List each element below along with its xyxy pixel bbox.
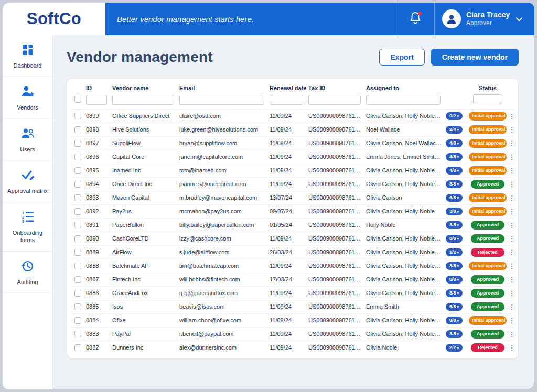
sidebar-item-vendors[interactable]: Vendors <box>3 77 52 119</box>
table-row[interactable]: 0884 Ofixe william.choo@ofixe.com 11/09/… <box>71 313 514 327</box>
cell-assigned-to: Olivia Carlson <box>366 194 446 201</box>
cell-id: 0883 <box>86 331 112 337</box>
row-menu-kebab-icon[interactable]: ⋮ <box>509 263 515 269</box>
table-row[interactable]: 0887 Fintech Inc will.hobbs@fintech.com … <box>71 273 514 286</box>
row-menu-kebab-icon[interactable]: ⋮ <box>509 113 515 119</box>
cell-assigned-to: Emma Jones, Emmet Smith, Karen... <box>366 154 446 160</box>
filter-renewal-date-input[interactable] <box>270 95 303 105</box>
sidebar-item-dashboard[interactable]: Dashboard <box>3 35 52 77</box>
row-checkbox[interactable] <box>74 222 81 228</box>
cell-vendor-name: Once Direct Inc <box>112 181 179 187</box>
row-checkbox[interactable] <box>74 290 81 297</box>
status-badge: Approved <box>471 275 504 284</box>
row-menu-kebab-icon[interactable]: ⋮ <box>509 154 515 160</box>
row-menu-kebab-icon[interactable]: ⋮ <box>509 276 515 283</box>
row-checkbox[interactable] <box>74 194 81 201</box>
table-row[interactable]: 0886 GraceAndFox g.g@graceandfox.com 11/… <box>71 286 514 300</box>
approval-count-dropdown[interactable]: 8/8 ▾ <box>446 289 463 297</box>
table-row[interactable]: 0888 Batchmate AP tim@batchmateap.com 11… <box>71 259 514 273</box>
filter-id-input[interactable] <box>86 95 107 105</box>
row-checkbox[interactable] <box>74 181 81 188</box>
table-row[interactable]: 0896 Capital Core jane.m@capitalcore.com… <box>71 150 514 164</box>
approval-count-dropdown[interactable]: 4/8 ▾ <box>446 153 463 161</box>
sidebar-item-onboarding-forms[interactable]: 1 2 3 Onboarding forms <box>3 202 52 252</box>
table-row[interactable]: 0895 Inamed Inc tom@inamed.com 11/09/24 … <box>71 164 514 177</box>
table-row[interactable]: 0893 Maven Capital m.bradley@mavencapita… <box>71 191 514 204</box>
filter-email-input[interactable] <box>179 95 264 105</box>
table-row[interactable]: 0889 AirFlow s.jude@airflow.com 26/03/24… <box>71 245 514 259</box>
approval-count-dropdown[interactable]: 8/8 ▾ <box>446 235 463 243</box>
row-checkbox[interactable] <box>74 276 81 283</box>
user-menu[interactable]: Ciara Tracey Approver <box>435 3 534 35</box>
sidebar-item-users[interactable]: Users <box>3 119 52 161</box>
approval-count-dropdown[interactable]: 3/8 ▾ <box>446 208 463 215</box>
table-row[interactable]: 0882 Dunners Inc alex@dunnersinc.com 11/… <box>71 341 514 354</box>
approval-count-dropdown[interactable]: 5/8 ▾ <box>446 303 463 311</box>
row-menu-kebab-icon[interactable]: ⋮ <box>509 126 515 133</box>
table-row[interactable]: 0892 Pay2us mcmahon@pay2us.com 09/07/24 … <box>71 204 514 218</box>
row-menu-kebab-icon[interactable]: ⋮ <box>509 235 515 242</box>
row-checkbox[interactable] <box>74 249 81 256</box>
create-new-vendor-button[interactable]: Create new vendor <box>431 49 519 66</box>
row-checkbox[interactable] <box>74 113 81 119</box>
row-menu-kebab-icon[interactable]: ⋮ <box>509 303 515 310</box>
table-row[interactable]: 0885 Isos beavis@isos.com 11/09/24 US000… <box>71 300 514 313</box>
sidebar-item-label: Vendors <box>17 104 38 112</box>
row-checkbox[interactable] <box>74 344 81 351</box>
row-checkbox[interactable] <box>74 317 81 324</box>
chevron-down-icon: ▾ <box>457 169 459 172</box>
export-button[interactable]: Export <box>379 49 424 66</box>
row-menu-kebab-icon[interactable]: ⋮ <box>509 140 515 147</box>
row-checkbox[interactable] <box>74 126 81 133</box>
approval-count-dropdown[interactable]: 8/8 ▾ <box>446 330 463 338</box>
row-menu-kebab-icon[interactable]: ⋮ <box>509 208 515 215</box>
filter-vendor-name-input[interactable] <box>112 95 174 105</box>
row-menu-kebab-icon[interactable]: ⋮ <box>509 181 515 188</box>
table-row[interactable]: 0883 PayPal r.benoit@paypal.com 11/09/24… <box>71 327 514 341</box>
approval-count-dropdown[interactable]: 2/2 ▾ <box>446 344 463 352</box>
approval-count-dropdown[interactable]: 4/8 ▾ <box>446 167 463 175</box>
row-checkbox[interactable] <box>74 303 81 310</box>
approval-count-dropdown[interactable]: 8/8 ▾ <box>446 262 463 270</box>
row-checkbox[interactable] <box>74 331 81 337</box>
select-all-checkbox[interactable] <box>74 96 81 103</box>
approval-count-dropdown[interactable]: 8/8 ▾ <box>446 221 463 229</box>
row-checkbox[interactable] <box>74 235 81 242</box>
table-row[interactable]: 0890 CashCoreLTD izzy@cashcore.com 11/09… <box>71 232 514 245</box>
sidebar-item-auditing[interactable]: Auditing <box>3 252 52 293</box>
row-menu-kebab-icon[interactable]: ⋮ <box>509 344 515 351</box>
row-menu-kebab-icon[interactable]: ⋮ <box>509 249 515 256</box>
row-checkbox[interactable] <box>74 263 81 269</box>
filter-assigned-to-input[interactable] <box>366 95 441 105</box>
row-menu-kebab-icon[interactable]: ⋮ <box>509 222 515 228</box>
sidebar: Dashboard Vendors <box>3 35 53 389</box>
row-menu-kebab-icon[interactable]: ⋮ <box>509 290 515 297</box>
approval-count-dropdown[interactable]: 8/8 ▾ <box>446 180 463 188</box>
approval-count-dropdown[interactable]: 1/2 ▾ <box>446 248 463 256</box>
approval-count-dropdown[interactable]: 0/2 ▾ <box>446 112 463 120</box>
approval-count-dropdown[interactable]: 2/4 ▾ <box>446 126 463 134</box>
row-menu-kebab-icon[interactable]: ⋮ <box>509 167 515 174</box>
notifications-button[interactable] <box>396 3 434 35</box>
approval-count-dropdown[interactable]: 6/8 ▾ <box>446 194 463 202</box>
row-checkbox[interactable] <box>74 154 81 160</box>
filter-status-input[interactable] <box>473 94 502 104</box>
row-menu-kebab-icon[interactable]: ⋮ <box>509 317 515 324</box>
row-menu-kebab-icon[interactable]: ⋮ <box>509 331 515 337</box>
table-row[interactable]: 0898 Hive Solutions luke.green@hivesolut… <box>71 123 514 136</box>
table-row[interactable]: 0897 SuppliFlow bryan@suppliflow.com 11/… <box>71 136 514 150</box>
row-checkbox[interactable] <box>74 208 81 215</box>
filter-tax-id-input[interactable] <box>308 95 361 105</box>
approval-count-dropdown[interactable]: 8/8 ▾ <box>446 317 463 324</box>
row-menu-kebab-icon[interactable]: ⋮ <box>509 194 515 201</box>
row-checkbox[interactable] <box>74 167 81 174</box>
table-row[interactable]: 0891 PaperBallon billy.bailey@paperballo… <box>71 218 514 232</box>
approval-count-dropdown[interactable]: 8/8 ▾ <box>446 276 463 284</box>
cell-email: tim@batchmateap.com <box>179 263 270 269</box>
table-row[interactable]: 0899 Office Suppliers Direct claire@osd.… <box>71 109 514 123</box>
row-checkbox[interactable] <box>74 140 81 147</box>
logo[interactable]: SoftCo <box>3 3 105 35</box>
sidebar-item-approval-matrix[interactable]: Approval matrix <box>3 160 52 202</box>
table-row[interactable]: 0894 Once Direct Inc joanne.s@oncedirect… <box>71 177 514 191</box>
approval-count-dropdown[interactable]: 4/8 ▾ <box>446 139 463 147</box>
